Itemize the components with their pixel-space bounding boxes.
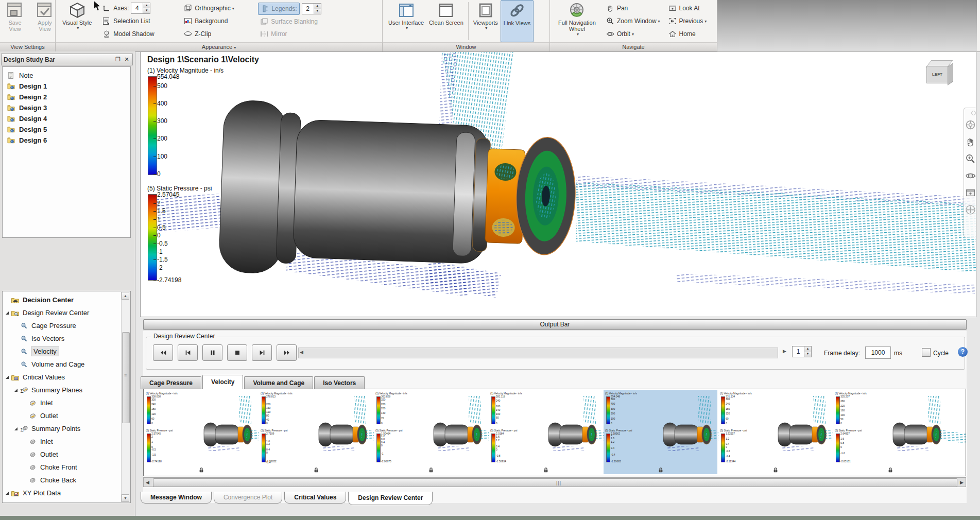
- tab-volume-and-cage[interactable]: Volume and Cage: [244, 376, 313, 389]
- tree-item[interactable]: Inlet: [3, 396, 130, 409]
- step-forward-button[interactable]: [252, 344, 272, 361]
- tree-item[interactable]: Inlet: [3, 435, 130, 448]
- clean-screen-button[interactable]: Clean Screen: [426, 0, 466, 42]
- orbit-button[interactable]: Orbit: [604, 28, 662, 40]
- viewports-button[interactable]: Viewports: [471, 0, 501, 42]
- zoom-plus-icon[interactable]: [965, 153, 976, 164]
- bottom-tab-message-window[interactable]: Message Window: [141, 492, 212, 504]
- cycle-checkbox[interactable]: [922, 348, 931, 357]
- view-cube[interactable]: LEFT: [925, 60, 952, 85]
- close-panel-icon[interactable]: ✕: [123, 56, 130, 63]
- tree-item[interactable]: Choke Back: [3, 474, 130, 487]
- scrollbar-thumb[interactable]: [122, 332, 130, 423]
- design-frame-thumbnail[interactable]: (1) Velocity Magnitude - in/s278.8132001…: [259, 390, 373, 474]
- look-at-icon[interactable]: [965, 187, 976, 198]
- design-frame-thumbnail[interactable]: (1) Velocity Magnitude - in/s331.1343002…: [718, 390, 832, 474]
- frame-delay-input[interactable]: 1000: [865, 346, 891, 359]
- list-item[interactable]: Design 1: [3, 81, 130, 92]
- tree-item[interactable]: Outlet: [3, 448, 130, 461]
- tree-expander-icon[interactable]: [14, 389, 18, 392]
- design-frame-thumbnail[interactable]: (1) Velocity Magnitude - in/s363.8283202…: [374, 390, 488, 474]
- zoom-window-button[interactable]: Zoom Window: [604, 15, 662, 27]
- bottom-tab-convergence-plot[interactable]: Convergence Plot: [214, 492, 282, 504]
- scroll-down-icon[interactable]: ▼: [122, 494, 129, 502]
- view-cube-face-label[interactable]: LEFT: [926, 66, 948, 83]
- tree-expander-icon[interactable]: [6, 311, 9, 315]
- tree-item[interactable]: Cage Pressure: [3, 319, 130, 332]
- rewind-button[interactable]: [153, 344, 173, 361]
- tree-expander-icon[interactable]: [6, 492, 9, 495]
- user-interface-button[interactable]: User Interface: [386, 0, 426, 42]
- selection-list-button[interactable]: Selection List: [100, 15, 178, 27]
- scroll-up-icon[interactable]: ▲: [122, 292, 129, 300]
- tree-item[interactable]: Velocity: [3, 345, 130, 358]
- scroll-left-icon[interactable]: ◀: [146, 480, 149, 485]
- legends-button[interactable]: Legends:: [258, 3, 299, 15]
- surface-blanking-button[interactable]: Surface Blanking: [258, 16, 346, 27]
- visual-style-button[interactable]: Visual Style: [60, 0, 94, 42]
- legends-spinner[interactable]: 2▲▼: [302, 3, 321, 14]
- link-views-button[interactable]: Link Views: [501, 0, 534, 42]
- stop-button[interactable]: [227, 344, 247, 361]
- scroll-left-icon[interactable]: ◀: [300, 350, 303, 355]
- scroll-right-icon[interactable]: ▶: [783, 349, 786, 354]
- list-item[interactable]: Note: [3, 70, 130, 81]
- tree-item[interactable]: ΣSummary Points: [3, 422, 130, 435]
- tree-item[interactable]: Volume and Cage: [3, 358, 130, 371]
- steering-wheel-icon[interactable]: [965, 119, 976, 130]
- tree-item[interactable]: XY Plot Data: [3, 487, 130, 499]
- background-button[interactable]: Background: [182, 15, 254, 27]
- bottom-tab-design-review-center[interactable]: Design Review Center: [348, 492, 433, 505]
- list-item[interactable]: Design 4: [3, 113, 130, 124]
- previous-view-button[interactable]: Previous: [666, 15, 715, 27]
- zoom-extents-icon[interactable]: [965, 204, 976, 215]
- design-frame-thumbnail[interactable]: (1) Velocity Magnitude - in/s338.0083002…: [144, 390, 258, 474]
- z-clip-button[interactable]: Z-Clip: [182, 28, 254, 40]
- model-shadow-button[interactable]: Model Shadow: [100, 28, 178, 40]
- tree-item[interactable]: Critical Values: [3, 371, 130, 384]
- axes-control[interactable]: Axes: 4▲▼: [100, 3, 178, 14]
- animation-scrollbar[interactable]: ◀: [298, 348, 778, 358]
- thumbnail-scrollbar[interactable]: ◀ ||| ▶: [143, 477, 966, 487]
- design-study-bar-header[interactable]: Design Study Bar ❐ ✕: [1, 54, 133, 65]
- decision-center-scrollbar[interactable]: ▲ ▼: [121, 292, 130, 502]
- output-bar-header[interactable]: Output Bar: [143, 319, 967, 330]
- tree-item[interactable]: Iso Vectors: [3, 332, 130, 345]
- bottom-tab-critical-values[interactable]: Critical Values: [284, 492, 346, 504]
- list-item[interactable]: Design 5: [3, 124, 130, 135]
- viewport-3d[interactable]: Design 1\Scenario 1\Velocity (1) Velocit…: [140, 51, 976, 317]
- frame-number-spinner[interactable]: 1▲▼: [792, 346, 812, 357]
- mirror-button[interactable]: Mirror: [258, 28, 346, 40]
- scroll-right-icon[interactable]: ▶: [960, 480, 964, 485]
- tab-iso-vectors[interactable]: Iso Vectors: [314, 376, 365, 389]
- tree-item[interactable]: ΣSummary Planes: [3, 384, 130, 396]
- tree-item[interactable]: Decision Center: [3, 293, 130, 306]
- navbar-customize-icon[interactable]: [971, 111, 976, 115]
- group-label-appearance[interactable]: Appearance: [56, 42, 383, 51]
- full-navigation-wheel-button[interactable]: Full Navigation Wheel: [552, 0, 602, 42]
- orthographic-button[interactable]: Orthographic: [182, 3, 254, 14]
- orbit-icon[interactable]: [965, 170, 976, 181]
- pause-button[interactable]: [202, 344, 222, 361]
- list-item[interactable]: Design 2: [3, 92, 130, 102]
- fast-forward-button[interactable]: [277, 344, 297, 361]
- tree-expander-icon[interactable]: [14, 427, 18, 430]
- tab-cage-pressure[interactable]: Cage Pressure: [141, 376, 201, 389]
- design-frame-thumbnail[interactable]: (1) Velocity Magnitude - in/s554.0485004…: [604, 390, 717, 474]
- save-view-button[interactable]: Save View: [0, 0, 30, 42]
- tab-velocity[interactable]: Velocity: [202, 375, 243, 389]
- design-frame-thumbnail[interactable]: (1) Velocity Magnitude - in/s335.2072802…: [833, 390, 947, 474]
- tree-item[interactable]: Design Review Center: [3, 306, 130, 319]
- tree-expander-icon[interactable]: [6, 376, 9, 379]
- list-item[interactable]: Design 3: [3, 102, 130, 113]
- help-icon[interactable]: ?: [958, 347, 968, 357]
- axes-spinner[interactable]: 4▲▼: [131, 3, 150, 14]
- tree-item[interactable]: Outlet: [3, 409, 130, 422]
- pan-button[interactable]: Pan: [604, 3, 662, 14]
- float-panel-icon[interactable]: ❐: [114, 56, 122, 63]
- look-at-button[interactable]: Look At: [666, 3, 715, 14]
- design-frame-thumbnail[interactable]: (1) Velocity Magnitude - in/s281.1182401…: [489, 390, 603, 474]
- list-item[interactable]: Design 6: [3, 135, 130, 146]
- tree-item[interactable]: Choke Front: [3, 461, 130, 474]
- step-back-button[interactable]: [178, 344, 198, 361]
